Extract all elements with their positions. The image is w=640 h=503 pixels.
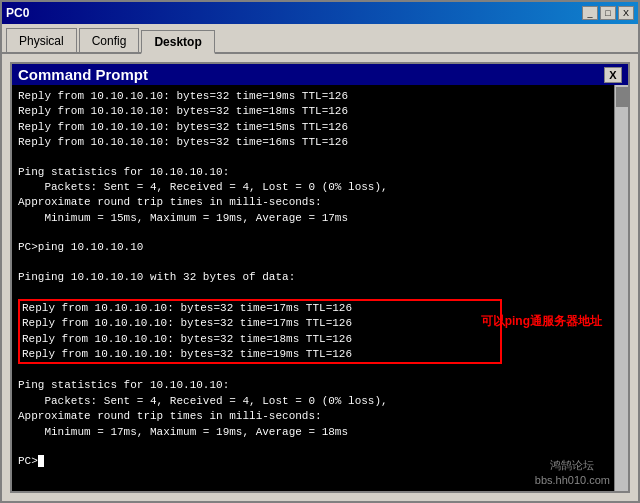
cmd-window: Command Prompt X Reply from 10.10.10.10:… [10,62,630,493]
terminal[interactable]: Reply from 10.10.10.10: bytes=32 time=19… [12,85,628,491]
minimize-button[interactable]: _ [582,6,598,20]
cmd-close-button[interactable]: X [604,67,622,83]
terminal-line: Reply from 10.10.10.10: bytes=32 time=18… [18,104,622,119]
highlight-section: Reply from 10.10.10.10: bytes=32 time=17… [18,299,622,365]
terminal-line: Reply from 10.10.10.10: bytes=32 time=18… [22,332,498,347]
terminal-line: Packets: Sent = 4, Received = 4, Lost = … [18,394,622,409]
terminal-line: Ping statistics for 10.10.10.10: [18,165,622,180]
terminal-line: Reply from 10.10.10.10: bytes=32 time=17… [22,316,498,331]
terminal-line: Reply from 10.10.10.10: bytes=32 time=16… [18,135,622,150]
watermark: 鸿鹄论坛 bbs.hh010.com [535,458,610,487]
terminal-line: Approximate round trip times in milli-se… [18,195,622,210]
blank-line [18,226,622,240]
window-title: PC0 [6,6,29,20]
terminal-line: Pinging 10.10.10.10 with 32 bytes of dat… [18,270,622,285]
title-bar: PC0 _ □ X [2,2,638,24]
blank-line [18,440,622,454]
tabs-row: Physical Config Desktop [2,24,638,54]
terminal-line: Reply from 10.10.10.10: bytes=32 time=19… [22,347,498,362]
terminal-line: Reply from 10.10.10.10: bytes=32 time=19… [18,89,622,104]
terminal-line: Minimum = 15ms, Maximum = 19ms, Average … [18,211,622,226]
terminal-line: Packets: Sent = 4, Received = 4, Lost = … [18,180,622,195]
scrollbar[interactable] [614,85,628,491]
tab-physical[interactable]: Physical [6,28,77,52]
blank-line [18,151,622,165]
terminal-line: Approximate round trip times in milli-se… [18,409,622,424]
watermark-line1: 鸿鹄论坛 [535,458,610,472]
tab-content: Command Prompt X Reply from 10.10.10.10:… [2,54,638,501]
cmd-title-text: Command Prompt [18,66,148,83]
maximize-button[interactable]: □ [600,6,616,20]
terminal-line: Minimum = 17ms, Maximum = 19ms, Average … [18,425,622,440]
terminal-prompt: PC> [18,454,622,469]
terminal-line: Ping statistics for 10.10.10.10: [18,378,622,393]
blank-line [18,285,622,299]
window-controls: _ □ X [582,6,634,20]
terminal-line: Reply from 10.10.10.10: bytes=32 time=15… [18,120,622,135]
close-button[interactable]: X [618,6,634,20]
watermark-line2: bbs.hh010.com [535,473,610,487]
blank-line [18,256,622,270]
blank-line [18,364,622,378]
cmd-title-bar: Command Prompt X [12,64,628,85]
tab-config[interactable]: Config [79,28,140,52]
annotation-text: 可以ping通服务器地址 [481,313,602,330]
terminal-line: Reply from 10.10.10.10: bytes=32 time=17… [22,301,498,316]
highlight-box: Reply from 10.10.10.10: bytes=32 time=17… [18,299,502,365]
main-window: PC0 _ □ X Physical Config Desktop Comman… [0,0,640,503]
tab-desktop[interactable]: Desktop [141,30,214,54]
scrollbar-thumb[interactable] [616,87,628,107]
cmd-body-wrapper: Reply from 10.10.10.10: bytes=32 time=19… [12,85,628,491]
terminal-line: PC>ping 10.10.10.10 [18,240,622,255]
